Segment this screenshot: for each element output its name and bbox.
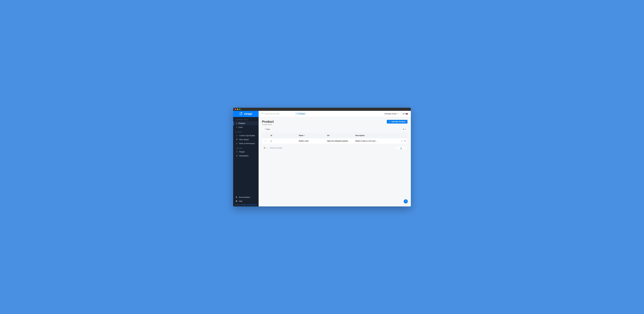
filter-icon bbox=[264, 128, 265, 130]
search-icon bbox=[262, 113, 264, 115]
basket-icon bbox=[236, 155, 238, 157]
entries-per-page-value: 10 bbox=[264, 147, 265, 149]
sidebar-item-label: Users bbox=[238, 126, 243, 128]
search-input[interactable] bbox=[265, 113, 294, 115]
entries-per-page-select[interactable]: 10 bbox=[262, 146, 268, 150]
powered-by-link[interactable]: Strapi v3.0.0-beta.18.3 bbox=[242, 204, 257, 206]
help-fab-label: ? bbox=[405, 200, 406, 202]
app-window: strapi Content Types Products Users Plug… bbox=[233, 108, 411, 206]
section-general-label: General bbox=[233, 146, 258, 150]
add-new-product-button[interactable]: Add New Product bbox=[387, 120, 408, 124]
next-page-button[interactable] bbox=[403, 146, 408, 150]
cloud-upload-icon bbox=[236, 139, 238, 141]
table-row[interactable]: 1 Rubik's cube https://en.wikipedia.org/… bbox=[262, 138, 407, 144]
sidebar: strapi Content Types Products Users Plug… bbox=[233, 111, 258, 206]
cell-url: https://en.wikipedia.org/wiki/Rubik… bbox=[327, 140, 350, 142]
edit-icon[interactable] bbox=[401, 140, 403, 142]
sort-desc-icon bbox=[304, 135, 305, 137]
sidebar-item-files-upload[interactable]: Files Upload bbox=[233, 138, 258, 142]
sidebar-item-content-type-builder[interactable]: Content Type Builder bbox=[233, 134, 258, 138]
prev-page-button[interactable] bbox=[395, 146, 399, 150]
brand-text: strapi bbox=[244, 112, 252, 116]
list-icon bbox=[236, 151, 238, 153]
gear-icon bbox=[402, 128, 404, 131]
search-scope-label: Product bbox=[299, 113, 305, 115]
window-minimize-button[interactable] bbox=[237, 109, 238, 110]
question-circle-icon bbox=[236, 200, 238, 202]
sidebar-item-label: Plugins bbox=[239, 151, 245, 153]
brush-icon bbox=[236, 135, 238, 137]
strapi-logo-icon bbox=[240, 112, 243, 116]
sidebar-item-label: Content Type Builder bbox=[239, 135, 255, 137]
table-settings-button[interactable] bbox=[401, 128, 408, 131]
sidebar-item-roles-permissions[interactable]: Roles & Permissions bbox=[233, 142, 258, 146]
user-name: Nirmalya Ghosh bbox=[384, 113, 397, 115]
sidebar-item-products[interactable]: Products bbox=[233, 121, 258, 125]
window-maximize-button[interactable] bbox=[239, 109, 240, 110]
add-button-label: Add New Product bbox=[391, 121, 406, 123]
svg-point-2 bbox=[236, 143, 237, 143]
svg-point-11 bbox=[262, 113, 263, 114]
bullet-icon bbox=[236, 127, 237, 128]
delete-icon[interactable] bbox=[404, 140, 406, 142]
content-area: Product 1 entry found Add New Product Fi… bbox=[258, 117, 411, 206]
brand-bar[interactable]: strapi bbox=[233, 111, 258, 117]
svg-point-10 bbox=[236, 200, 237, 202]
plus-icon bbox=[389, 121, 390, 123]
sidebar-item-label: Marketplace bbox=[239, 155, 248, 157]
page-subtitle: 1 entry found bbox=[262, 124, 274, 126]
user-menu[interactable]: Nirmalya Ghosh bbox=[384, 112, 401, 116]
cell-name: Rubik's cube bbox=[299, 140, 308, 142]
column-header-url[interactable]: Url bbox=[326, 133, 354, 138]
svg-line-12 bbox=[262, 114, 263, 114]
sidebar-item-help[interactable]: Help bbox=[233, 199, 258, 203]
data-table: Id Name Url Description 1 Rubik's cube bbox=[262, 133, 408, 144]
bullet-icon bbox=[236, 123, 237, 124]
topbar: Product Nirmalya Ghosh EN bbox=[258, 111, 411, 117]
window-close-button[interactable] bbox=[234, 109, 236, 110]
search-wrap: Product bbox=[262, 111, 308, 117]
us-flag-icon bbox=[406, 113, 408, 115]
table-footer: 10 entries per page 1 bbox=[262, 146, 408, 150]
caret-down-icon bbox=[398, 113, 399, 115]
row-checkbox[interactable] bbox=[265, 140, 267, 142]
main-content: Product Nirmalya Ghosh EN Product bbox=[258, 111, 411, 206]
svg-rect-5 bbox=[236, 151, 238, 152]
window-titlebar bbox=[233, 108, 411, 111]
entries-per-page-label: entries per page bbox=[270, 147, 282, 149]
powered-by-prefix: Powered by bbox=[234, 204, 242, 206]
language-code: EN bbox=[403, 113, 405, 115]
cell-description: Rubik's Cube is a 3-D combination p… bbox=[355, 140, 378, 142]
pagination: 1 bbox=[395, 146, 408, 150]
sidebar-item-label: Help bbox=[239, 200, 242, 202]
page-header: Product 1 entry found Add New Product bbox=[262, 120, 408, 126]
sidebar-item-users[interactable]: Users bbox=[233, 125, 258, 129]
search-scope-badge[interactable]: Product bbox=[295, 113, 306, 115]
svg-point-3 bbox=[237, 143, 238, 144]
sidebar-item-documentation[interactable]: Documentation bbox=[233, 195, 258, 199]
sidebar-item-marketplace[interactable]: Marketplace bbox=[233, 154, 258, 158]
powered-by: Powered by Strapi v3.0.0-beta.18.3 bbox=[233, 203, 258, 206]
section-content-types-label: Content Types bbox=[233, 117, 258, 121]
filter-icon bbox=[296, 113, 298, 115]
column-header-description[interactable]: Description bbox=[354, 133, 398, 138]
filters-label: Filters bbox=[266, 128, 270, 130]
toolbar: Filters bbox=[262, 128, 408, 131]
caret-down-icon bbox=[404, 128, 406, 131]
language-selector[interactable]: EN bbox=[401, 113, 408, 115]
svg-point-1 bbox=[241, 112, 242, 113]
column-header-name[interactable]: Name bbox=[298, 133, 326, 138]
column-header-id[interactable]: Id bbox=[269, 133, 298, 138]
sidebar-item-label: Products bbox=[238, 122, 245, 124]
section-plugins-label: Plugins bbox=[233, 129, 258, 134]
help-fab[interactable]: ? bbox=[404, 199, 408, 203]
filters-button[interactable]: Filters bbox=[262, 128, 272, 131]
cell-id: 1 bbox=[270, 140, 272, 142]
sidebar-item-plugins[interactable]: Plugins bbox=[233, 150, 258, 154]
sidebar-item-label: Roles & Permissions bbox=[239, 143, 255, 145]
users-icon bbox=[236, 143, 238, 144]
page-number-button[interactable]: 1 bbox=[399, 146, 403, 150]
select-all-checkbox[interactable] bbox=[265, 135, 267, 136]
page-title: Product bbox=[262, 120, 274, 124]
book-icon bbox=[236, 196, 238, 198]
